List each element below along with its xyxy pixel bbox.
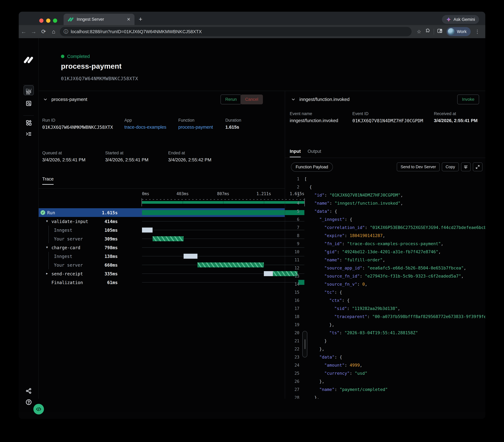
- trace-panel: process-payment Rerun Cancel Run ID 01KJ…: [39, 91, 285, 399]
- reload-button[interactable]: ⟳: [39, 28, 49, 35]
- line-number: 8: [285, 233, 299, 238]
- help-icon: [25, 399, 32, 405]
- span-bar-queue: [142, 228, 153, 233]
- invoke-button[interactable]: Invoke: [457, 95, 479, 104]
- collapse-run-chevron-icon[interactable]: [43, 97, 47, 102]
- status-badge: Completed: [67, 54, 90, 59]
- url-text: localhost:8288/run?runID=01KJX6Q7W64NMKM…: [71, 29, 202, 34]
- trace-row-inngest[interactable]: Inngest105ms: [39, 226, 285, 234]
- inngest-logo[interactable]: [19, 56, 38, 64]
- span-duration: 1.615s: [102, 210, 118, 215]
- line-number: 1: [285, 177, 299, 181]
- extensions-icon[interactable]: [423, 28, 432, 35]
- code-line: 17"sid": "119282aa29b3d138",: [285, 306, 485, 314]
- trace-row-your-server[interactable]: Your server309ms: [39, 234, 285, 243]
- span-lane: [142, 217, 304, 226]
- trace-row-inngest[interactable]: Inngest138ms: [39, 252, 285, 261]
- window-minimize-button[interactable]: [46, 18, 50, 23]
- sidebar-item-runs[interactable]: [19, 89, 38, 96]
- tab-output[interactable]: Output: [308, 149, 321, 157]
- code-line: 2{: [285, 185, 485, 193]
- tab-trace[interactable]: Trace: [42, 176, 54, 185]
- expand-button[interactable]: [473, 162, 483, 171]
- sidebar-item-events[interactable]: [19, 100, 38, 107]
- code-line: 20"ts": "2026-03-04T19:55:41.288158Z": [285, 330, 485, 339]
- toolbar-divider: [434, 29, 434, 34]
- copy-button[interactable]: Copy: [442, 162, 459, 171]
- cancel-button[interactable]: Cancel: [240, 95, 263, 104]
- rerun-button[interactable]: Rerun: [220, 95, 241, 104]
- forward-button[interactable]: →: [29, 28, 39, 35]
- browser-tab[interactable]: Inngest Server ✕: [64, 14, 134, 25]
- line-number: 22: [285, 347, 299, 351]
- line-number: 13: [285, 274, 299, 278]
- line-number: 25: [285, 371, 299, 376]
- tab-input[interactable]: Input: [290, 149, 301, 157]
- span-duration: 61ms: [107, 280, 118, 285]
- dev-mode-button[interactable]: [33, 404, 44, 414]
- share-button[interactable]: [19, 388, 38, 394]
- bookmark-icon[interactable]: ☆: [414, 29, 423, 34]
- span-lane: [142, 234, 304, 243]
- window-close-button[interactable]: [39, 18, 43, 23]
- expand-step-icon[interactable]: ▸: [46, 272, 50, 275]
- send-to-dev-server-button[interactable]: Send to Dev Server: [397, 162, 440, 171]
- line-number: 10: [285, 250, 299, 254]
- site-info-icon[interactable]: ⓘ: [64, 29, 68, 35]
- collapse-event-chevron-icon[interactable]: [291, 97, 295, 102]
- ask-gemini-label: Ask Gemini: [453, 17, 475, 22]
- line-number: 6: [285, 217, 299, 222]
- address-bar[interactable]: ⓘ localhost:8288/run?runID=01KJX6Q7W64NM…: [60, 27, 412, 36]
- span-name: Inngest: [54, 228, 72, 233]
- trace-row-your-server[interactable]: Your server660ms: [39, 261, 285, 269]
- word-wrap-button[interactable]: [461, 162, 471, 171]
- app-link[interactable]: trace-docs-examples: [124, 125, 166, 130]
- trace-row-send-receipt[interactable]: ▸send-receipt335ms: [39, 269, 285, 278]
- panel-resize-handle[interactable]: [302, 331, 307, 357]
- sidebar-item-dev-tools[interactable]: [19, 131, 38, 137]
- span-lane: [142, 278, 304, 287]
- home-button[interactable]: ⌂: [49, 28, 59, 35]
- span-lane: [142, 252, 304, 261]
- collapse-step-icon[interactable]: ▾: [46, 245, 50, 249]
- trace-row-validate-input[interactable]: ▾validate-input414ms: [39, 217, 285, 226]
- completed-check-icon: ✓: [40, 210, 45, 215]
- span-duration: 660ms: [105, 263, 118, 268]
- axis-tick: 807ms: [217, 191, 229, 196]
- meta-function: Function process-payment: [178, 118, 213, 130]
- sidebar-item-apps[interactable]: [19, 119, 38, 126]
- new-tab-button[interactable]: +: [139, 16, 142, 22]
- span-name: Inngest: [54, 254, 72, 259]
- gemini-star-icon: [446, 17, 451, 22]
- code-line: 5"data": {: [285, 209, 485, 217]
- back-button[interactable]: ←: [19, 28, 29, 35]
- window-zoom-button[interactable]: [53, 18, 57, 23]
- collapse-step-icon[interactable]: ▾: [46, 219, 50, 223]
- inngest-favicon: [68, 17, 74, 22]
- browser-menu-icon[interactable]: ⋮: [473, 29, 482, 34]
- trace-row-charge-card[interactable]: ▾charge-card798ms: [39, 243, 285, 252]
- payload-code-viewer[interactable]: 1[2{3"id": "01KJX6Q7V81N4DMZ7HFJ0CGPDM",…: [285, 176, 485, 399]
- span-name: Your server: [54, 263, 83, 268]
- meta-ended-at: Ended at 3/4/2026, 2:55:42 PM: [168, 151, 211, 162]
- help-button[interactable]: [19, 399, 38, 405]
- trace-row-run[interactable]: ✓Run1.615s: [39, 208, 285, 217]
- line-number: 17: [285, 306, 299, 311]
- side-panel-search-icon[interactable]: [435, 28, 444, 35]
- span-bar-exec: [198, 262, 264, 267]
- ask-gemini-button[interactable]: Ask Gemini: [442, 15, 479, 24]
- trace-row-finalization[interactable]: Finalization61ms: [39, 278, 285, 287]
- divider: [39, 188, 285, 189]
- line-number: 20: [285, 330, 299, 335]
- timeline-minimap[interactable]: [142, 198, 304, 207]
- payload-type-badge: Function Payload: [291, 162, 333, 172]
- tab-strip: Inngest Server ✕ + Ask Gemini: [19, 12, 485, 25]
- span-duration: 798ms: [105, 245, 118, 250]
- tab-title: Inngest Server: [77, 17, 124, 22]
- function-link[interactable]: process-payment: [178, 125, 213, 130]
- tab-close-icon[interactable]: ✕: [127, 17, 130, 22]
- line-number: 18: [285, 314, 299, 319]
- profile-chip[interactable]: Work: [447, 27, 471, 36]
- span-duration: 105ms: [105, 228, 118, 233]
- line-number: 24: [285, 363, 299, 368]
